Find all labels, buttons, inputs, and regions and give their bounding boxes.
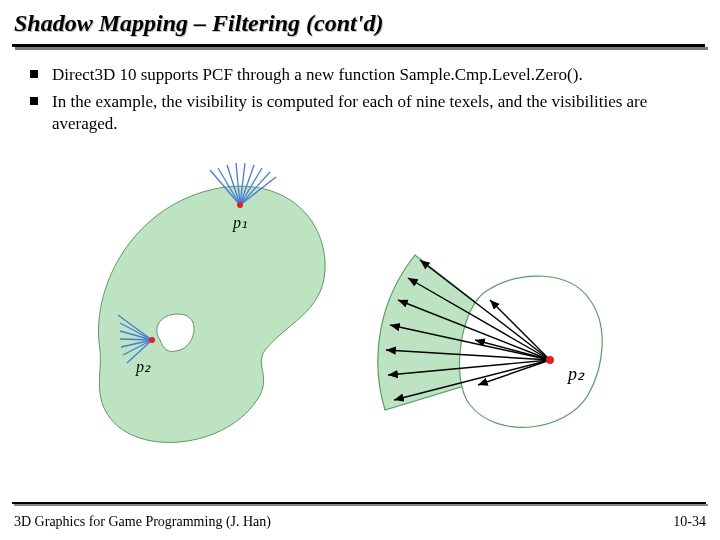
p2-right-point	[546, 356, 554, 364]
p1-label: p₁	[232, 214, 247, 232]
bullet-item: In the example, the visibility is comput…	[28, 91, 692, 134]
p1-point	[237, 202, 243, 208]
bullet-item: Direct3D 10 supports PCF through a new f…	[28, 64, 692, 85]
p2-right-label: p₂	[566, 364, 585, 384]
footer-divider	[12, 502, 708, 506]
body-text: Direct3D 10 supports PCF through a new f…	[28, 64, 692, 140]
p2-left-point	[149, 337, 155, 343]
p2-left-label: p₂	[135, 358, 151, 376]
page-title: Shadow Mapping – Filtering (cont'd)	[14, 10, 383, 37]
left-blob	[98, 186, 325, 442]
title-divider	[12, 44, 708, 50]
figure-diagram: p₁ p₂	[90, 150, 630, 470]
footer-right: 10-34	[673, 514, 706, 530]
slide: Shadow Mapping – Filtering (cont'd) Dire…	[0, 0, 720, 540]
footer-left: 3D Graphics for Game Programming (J. Han…	[14, 514, 271, 530]
